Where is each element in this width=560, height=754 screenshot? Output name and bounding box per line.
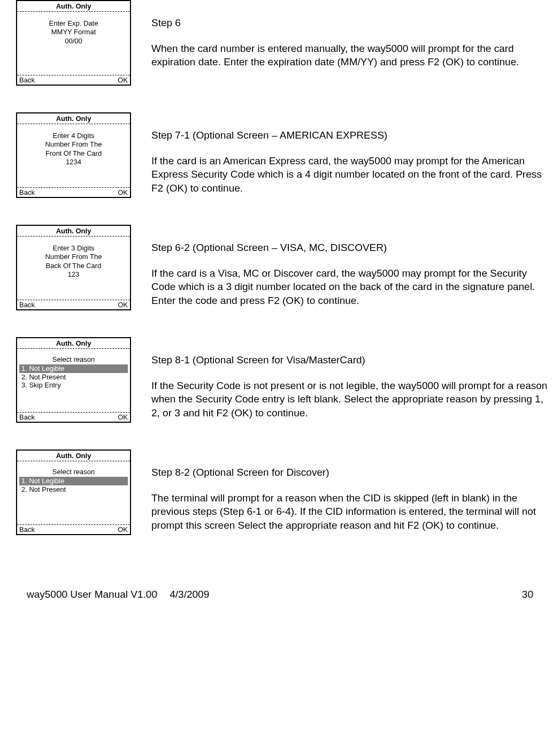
screen-line: 1234 [19,158,128,166]
step-body: When the card number is entered manually… [151,42,549,69]
terminal-screen: Auth. Only Enter 4 Digits Number From Th… [16,112,131,198]
ok-button[interactable]: OK [118,76,128,84]
terminal-screen: Auth. Only Select reason 1. Not Legible … [16,337,131,423]
page: Auth. Only Enter Exp. Date MMYY Format 0… [0,0,560,611]
back-button[interactable]: Back [19,188,35,196]
step-body: If the card is a Visa, MC or Discover ca… [151,266,549,308]
screen-footer: Back OK [17,300,130,309]
manual-date: 4/3/2009 [170,589,209,600]
back-button[interactable]: Back [19,413,35,421]
ok-button[interactable]: OK [118,301,128,309]
back-button[interactable]: Back [19,76,35,84]
step-body: If the Security Code is not present or i… [151,379,549,420]
screen-body: Select reason 1. Not Legible 2. Not Pres… [17,461,130,524]
screen-line: MMYY Format [19,28,128,36]
list-item[interactable]: 1. Not Legible [19,364,128,373]
step-text: Step 7-1 (Optional Screen – AMERICAN EXP… [131,112,549,195]
step-text: Step 6 When the card number is entered m… [131,0,549,69]
screen-footer: Back OK [17,75,130,85]
step-row: Auth. Only Enter 4 Digits Number From Th… [11,112,549,198]
screen-line: 123 [19,270,128,279]
step-title: Step 6 [151,16,549,30]
step-title: Step 8-2 (Optional Screen for Discover) [151,466,549,479]
select-label: Select reason [19,464,128,477]
step-row: Auth. Only Enter 3 Digits Number From Th… [11,225,549,310]
screen-line: 00/00 [19,37,128,45]
ok-button[interactable]: OK [118,413,128,421]
ok-button[interactable]: OK [118,188,128,196]
terminal-screen: Auth. Only Select reason 1. Not Legible … [16,450,131,535]
step-text: Step 8-2 (Optional Screen for Discover) … [131,450,549,532]
screen-header: Auth. Only [17,338,130,349]
back-button[interactable]: Back [19,301,35,309]
page-footer: way5000 User Manual V1.00 4/3/2009 30 [11,589,549,600]
screen-line: Enter 4 Digits [19,132,128,140]
screen-header: Auth. Only [17,226,130,237]
screen-body: Select reason 1. Not Legible 2. Not Pres… [17,349,130,412]
list-item[interactable]: 2. Not Present [19,373,128,382]
footer-left: way5000 User Manual V1.00 4/3/2009 [27,589,219,600]
back-button[interactable]: Back [19,525,35,534]
list-item[interactable]: 2. Not Present [19,485,128,494]
step-title: Step 6-2 (Optional Screen – VISA, MC, DI… [151,241,549,255]
screen-body: Enter 3 Digits Number From The Back Of T… [17,237,130,300]
screen-line: Number From The [19,140,128,149]
step-body: The terminal will prompt for a reason wh… [151,491,549,532]
ok-button[interactable]: OK [118,525,128,534]
terminal-screen: Auth. Only Enter 3 Digits Number From Th… [16,225,131,310]
step-row: Auth. Only Select reason 1. Not Legible … [11,337,549,423]
step-text: Step 6-2 (Optional Screen – VISA, MC, DI… [131,225,549,308]
screen-line: Enter 3 Digits [19,244,128,253]
list-item[interactable]: 3. Skip Entry [19,381,128,390]
screen-header: Auth. Only [17,113,130,124]
step-title: Step 7-1 (Optional Screen – AMERICAN EXP… [151,128,549,142]
screen-line: Enter Exp. Date [19,19,128,28]
select-label: Select reason [19,352,128,364]
step-row: Auth. Only Select reason 1. Not Legible … [11,450,549,535]
screen-line: Front Of The Card [19,149,128,158]
page-number: 30 [522,589,533,600]
screen-header: Auth. Only [17,451,130,461]
screen-line: Back Of The Card [19,262,128,270]
screen-footer: Back OK [17,524,130,534]
screen-footer: Back OK [17,187,130,197]
screen-header: Auth. Only [17,1,130,12]
step-body: If the card is an American Express card,… [151,154,549,195]
list-item[interactable]: 1. Not Legible [19,477,128,485]
screen-footer: Back OK [17,412,130,422]
terminal-screen: Auth. Only Enter Exp. Date MMYY Format 0… [16,0,131,86]
step-text: Step 8-1 (Optional Screen for Visa/Maste… [131,337,549,420]
step-title: Step 8-1 (Optional Screen for Visa/Maste… [151,353,549,367]
screen-line: Number From The [19,253,128,261]
screen-body: Enter Exp. Date MMYY Format 00/00 [17,12,130,75]
manual-title: way5000 User Manual V1.00 [27,589,157,600]
screen-body: Enter 4 Digits Number From The Front Of … [17,124,130,187]
step-row: Auth. Only Enter Exp. Date MMYY Format 0… [11,0,549,86]
